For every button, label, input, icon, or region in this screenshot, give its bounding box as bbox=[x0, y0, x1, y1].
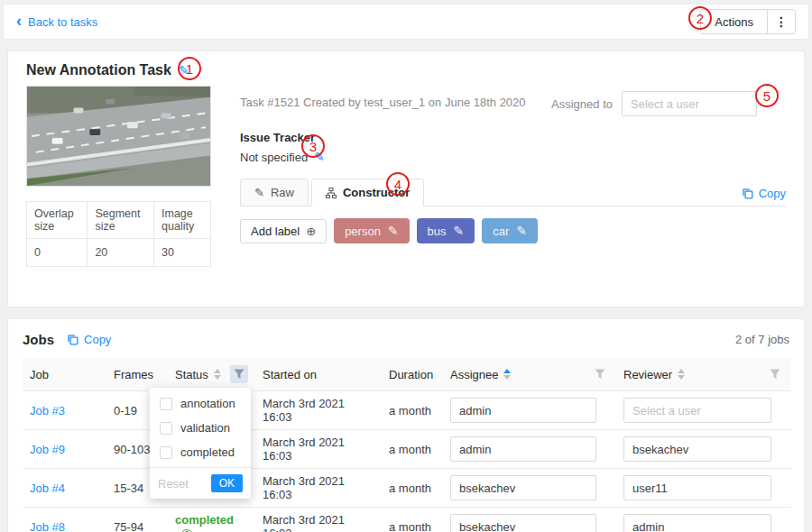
started-cell: March 3rd 2021 16:03 bbox=[255, 469, 382, 508]
constructor-icon bbox=[326, 188, 337, 198]
col-header-job: Job bbox=[23, 358, 106, 391]
status-cell: completed ? bbox=[168, 508, 255, 532]
back-to-tasks-label: Back to tasks bbox=[28, 15, 97, 29]
table-row: Job #3 0-19 March 3rd 2021 16:03 a month bbox=[23, 391, 791, 430]
image-quality-value: 30 bbox=[154, 239, 211, 267]
frames-cell: 75-94 bbox=[106, 508, 168, 532]
plus-circle-icon: ⊕ bbox=[306, 225, 316, 238]
col-header-reviewer: Reviewer bbox=[616, 358, 791, 391]
col-header-status: Status bbox=[168, 358, 255, 391]
sort-reviewer[interactable] bbox=[678, 369, 685, 380]
pencil-icon: ✎ bbox=[254, 186, 264, 199]
filter-reset-button[interactable]: Reset bbox=[158, 477, 189, 491]
filter-option-annotation[interactable]: annotation bbox=[150, 391, 251, 416]
vertical-dots-icon: ⋮ bbox=[775, 14, 788, 29]
segment-size-value: 20 bbox=[88, 239, 154, 267]
job-link[interactable]: Job #9 bbox=[30, 443, 65, 456]
duration-cell: a month bbox=[382, 508, 443, 532]
more-menu-button[interactable]: ⋮ bbox=[767, 9, 796, 34]
issue-tracker-value: Not specified bbox=[240, 151, 308, 164]
task-left-column: Overlap size Segment size Image quality … bbox=[26, 86, 213, 267]
jobs-title: Jobs bbox=[23, 332, 54, 347]
duration-cell: a month bbox=[382, 391, 443, 430]
task-params-table: Overlap size Segment size Image quality … bbox=[26, 201, 211, 267]
labels-constructor: Add label ⊕ person ✎ bus ✎ car ✎ bbox=[240, 206, 786, 255]
table-row: Job #4 15-34 March 3rd 2021 16:03 a mont… bbox=[23, 469, 791, 508]
filter-option-completed[interactable]: completed bbox=[150, 440, 251, 464]
back-to-tasks-link[interactable]: ‹ Back to tasks bbox=[16, 14, 97, 30]
jobs-card: Jobs Copy 2 of 7 jobs Job Frames bbox=[7, 318, 805, 532]
assignee-input[interactable] bbox=[450, 475, 596, 500]
status-badge: completed bbox=[175, 513, 234, 527]
overlap-size-header: Overlap size bbox=[27, 202, 88, 239]
copy-icon bbox=[742, 188, 753, 199]
assignee-input[interactable] bbox=[450, 398, 596, 423]
callout-5: 5 bbox=[755, 84, 779, 107]
label-chip-bus[interactable]: bus ✎ bbox=[417, 218, 475, 243]
callout-4: 4 bbox=[386, 172, 410, 196]
job-link[interactable]: Job #3 bbox=[30, 404, 65, 417]
filter-option-validation[interactable]: validation bbox=[150, 416, 251, 440]
tab-raw[interactable]: ✎ Raw bbox=[240, 179, 309, 206]
job-link[interactable]: Job #8 bbox=[30, 520, 65, 532]
labels-tabs: ✎ Raw Constructor bbox=[240, 179, 786, 206]
edit-label-icon[interactable]: ✎ bbox=[388, 224, 399, 238]
table-row: Job #9 90-103 March 3rd 2021 16:03 a mon… bbox=[23, 430, 791, 469]
started-cell: March 3rd 2021 16:03 bbox=[255, 430, 382, 469]
checkbox-annotation[interactable] bbox=[160, 398, 172, 410]
jobs-table: Job Frames Status Started on Duration bbox=[23, 358, 791, 532]
copy-jobs-button[interactable]: Copy bbox=[67, 333, 111, 346]
copy-labels-button[interactable]: Copy bbox=[742, 187, 786, 200]
reviewer-input[interactable] bbox=[623, 436, 771, 462]
filter-assignee-icon[interactable] bbox=[591, 365, 609, 383]
actions-group: Actions ⋮ bbox=[700, 9, 796, 34]
table-row: Job #8 75-94 completed ? March 3rd 2021 … bbox=[23, 508, 791, 532]
checkbox-completed[interactable] bbox=[160, 446, 172, 459]
segment-size-header: Segment size bbox=[88, 202, 154, 239]
status-filter-dropdown: annotation validation completed Reset OK bbox=[150, 388, 251, 499]
question-circle-icon[interactable]: ? bbox=[180, 529, 193, 532]
col-header-frames: Frames bbox=[106, 358, 168, 391]
jobs-count: 2 of 7 jobs bbox=[735, 333, 789, 346]
label-chip-person[interactable]: person ✎ bbox=[334, 218, 409, 243]
reviewer-input[interactable] bbox=[623, 514, 771, 532]
col-header-duration: Duration bbox=[382, 358, 443, 391]
task-assignee-input[interactable] bbox=[622, 91, 757, 116]
image-quality-header: Image quality bbox=[154, 202, 211, 239]
callout-1: 1 bbox=[178, 57, 201, 80]
reviewer-input[interactable] bbox=[623, 475, 771, 500]
job-link[interactable]: Job #4 bbox=[30, 482, 65, 495]
add-label-button[interactable]: Add label ⊕ bbox=[240, 219, 327, 243]
chevron-left-icon: ‹ bbox=[16, 13, 22, 29]
task-right-column: Task #1521 Created by test_user_1 on Jun… bbox=[213, 86, 786, 267]
edit-label-icon[interactable]: ✎ bbox=[516, 224, 527, 238]
overlap-size-value: 0 bbox=[27, 239, 88, 267]
assignee-input[interactable] bbox=[450, 436, 596, 462]
col-header-started: Started on bbox=[255, 358, 382, 391]
reviewer-input[interactable] bbox=[623, 398, 771, 423]
copy-icon bbox=[67, 334, 78, 345]
label-chip-car[interactable]: car ✎ bbox=[482, 218, 538, 243]
task-meta: Task #1521 Created by test_user_1 on Jun… bbox=[240, 91, 526, 109]
started-cell: March 3rd 2021 16:03 bbox=[255, 508, 382, 532]
callout-2: 2 bbox=[688, 6, 712, 30]
sort-assignee[interactable] bbox=[503, 369, 511, 380]
started-cell: March 3rd 2021 16:03 bbox=[255, 391, 382, 430]
checkbox-validation[interactable] bbox=[160, 422, 172, 435]
duration-cell: a month bbox=[382, 469, 443, 508]
assigned-to-label: Assigned to bbox=[551, 97, 613, 111]
edit-label-icon[interactable]: ✎ bbox=[454, 224, 465, 238]
callout-3: 3 bbox=[301, 134, 325, 158]
task-title: New Annotation Task bbox=[26, 62, 171, 78]
col-header-assignee: Assignee bbox=[443, 358, 616, 391]
filter-status-icon[interactable] bbox=[230, 365, 248, 383]
assignee-input[interactable] bbox=[450, 514, 596, 532]
duration-cell: a month bbox=[382, 430, 443, 469]
sort-status[interactable] bbox=[214, 369, 221, 380]
task-thumbnail bbox=[26, 86, 211, 187]
filter-reviewer-icon[interactable] bbox=[766, 365, 784, 383]
filter-ok-button[interactable]: OK bbox=[211, 474, 243, 492]
